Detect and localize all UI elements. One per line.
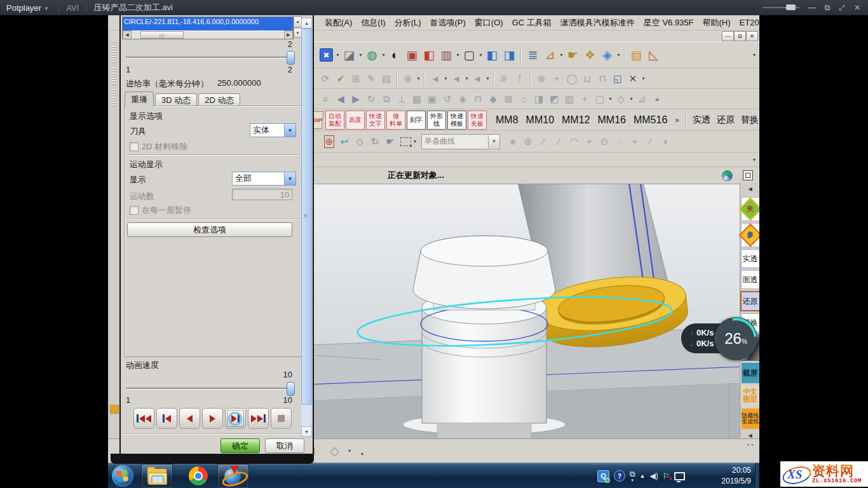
toolbar-icon[interactable] [641,71,646,86]
wedge-icon[interactable]: ◆ [485,92,501,107]
shaded-cube-icon[interactable]: ◈ [455,92,470,107]
potplayer-menu-button[interactable]: Potplayer [6,3,41,13]
quick-clamp-button[interactable]: 快速 夹板 [468,111,487,130]
menu-item[interactable]: 帮助(H) [703,17,731,29]
play-forward-button[interactable] [202,408,223,429]
list-output-icon[interactable]: ▤ [379,71,394,86]
minimize-button[interactable]: — [808,4,816,11]
marquee-select-icon[interactable] [400,137,411,146]
volume-knob[interactable] [786,4,796,10]
square-draw-icon[interactable]: ▢ [592,92,607,107]
restore-button[interactable]: 还原 [740,291,760,311]
forward-arrow-icon[interactable]: ▶ [348,92,363,107]
screenshot-button[interactable]: 截屏 [742,363,759,383]
chevron-down-icon[interactable]: ▾ [348,448,351,454]
window-switch-icon[interactable]: ◈ [599,46,616,64]
menu-item[interactable]: 首选项(P) [430,17,466,29]
size-label[interactable]: MM516 [634,114,667,126]
blank-cube-icon[interactable]: ◇ [326,442,343,460]
cylinder-tool-icon[interactable]: ⊔ [580,71,595,86]
toolbar-icon[interactable] [397,71,398,86]
fullscreen-button[interactable]: ⤢ [839,4,845,11]
tool-cube-icon[interactable]: ⊠ [501,92,516,107]
navigator-list-icon[interactable]: ≣ [524,46,541,64]
speed-slider-thumb[interactable] [287,382,295,396]
hexagon-draw-icon[interactable]: ◇ [613,92,628,107]
scroll-down-icon[interactable]: ▼ [301,426,312,437]
chevron-down-icon[interactable]: ▾ [361,451,363,457]
taskbar-nx-button[interactable] [217,464,249,488]
grab-hand-icon[interactable]: ☛ [564,46,581,64]
more-down-icon[interactable]: ⌄⌄ [746,441,754,447]
snap-line-icon[interactable]: ∕ [536,134,551,149]
core-cube-icon[interactable]: ◨ [531,92,546,107]
gcode-line[interactable] [123,27,293,30]
shop-doc-icon[interactable]: ✎ [363,71,379,86]
measure-ruler-icon[interactable]: ▤ [628,46,645,64]
go-to-end-button[interactable] [248,408,269,429]
tab[interactable]: 重播 [125,92,154,107]
machine-tool-icon[interactable]: ⊛ [400,71,416,86]
taskbar-clock[interactable]: 20:05 2019/5/9 [698,465,751,487]
selection-scope-dropdown[interactable]: 单条曲线 ▼ [421,134,500,149]
cancel-icon[interactable]: ✕ [625,71,641,86]
menu-item[interactable]: GC 工具箱 [512,17,552,29]
dialog-scrollbar-thumb[interactable] [301,29,312,405]
network-tray-icon[interactable] [674,472,685,480]
toolbar-icon[interactable] [493,71,494,86]
toolbar-icon[interactable] [416,71,421,86]
chinese-layer-button[interactable]: 中文 图层 [742,385,759,407]
scroll-up-icon[interactable]: ▲ [301,18,312,29]
stack-icon[interactable]: ≡ [318,92,333,107]
world-sphere-icon[interactable] [722,170,733,181]
toolbar-icon[interactable] [424,71,425,86]
pattern-cube-icon[interactable]: ▦ [409,92,424,107]
toolbar-icon[interactable] [520,48,522,63]
play-resume-button[interactable] [225,408,246,429]
half-shade-icon[interactable]: ◐ [386,46,403,64]
postprocess-icon[interactable]: ⊞ [348,71,363,86]
body-select-icon[interactable]: ◇ [352,134,367,149]
go-to-start-button[interactable] [133,408,154,429]
solid-transparent-button[interactable]: 实透 [741,249,760,268]
snap-point-on-line-icon[interactable]: ∕ [551,134,566,149]
reference-standard-button[interactable]: 参 [741,223,760,247]
collapse-left-icon[interactable]: ◀ [748,186,752,192]
gcode-list[interactable]: CIRCLE/-221.811,-18.416,6.000,0.0000000 … [122,17,294,39]
snap-grid-icon[interactable]: ∗ [505,134,520,149]
size-label[interactable]: MM8 [496,114,519,126]
toolbar-overflow-caret[interactable]: ▾ [753,52,756,58]
snap-half-icon[interactable]: ◖ [658,134,673,149]
dialog-scrollbar[interactable]: ▲ ▼ [301,18,311,436]
menu-item[interactable]: 窗口(O) [475,17,503,29]
help-tray-icon[interactable]: ? [614,470,625,482]
check-options-button[interactable]: 检查选项 [127,222,292,237]
wcs-pin-icon[interactable]: ▣ [403,46,421,64]
bottle-cube-icon[interactable]: ⌂ [516,92,531,107]
taskbar-chrome-button[interactable] [183,464,214,487]
framed-cube-icon[interactable]: ▣ [424,92,440,107]
snap-circle-icon[interactable]: ◌ [612,134,627,149]
taskbar-explorer-button[interactable] [141,464,173,488]
restore-button[interactable]: ⧉ [825,4,831,11]
pot-icon[interactable]: ⊓ [470,92,485,107]
menu-item[interactable]: 星空 V6.935F [644,17,694,29]
nx-restore-button[interactable]: ⧉ [734,31,746,41]
snap-arc-icon[interactable]: ◠ [566,134,581,149]
lasso-icon[interactable]: ◯ [564,71,580,86]
material-removal-checkbox[interactable] [130,142,139,151]
hide-object-icon[interactable]: ◧ [484,46,501,64]
auto-assembly-button[interactable]: 自动 装配 [325,111,344,130]
toolbar-icon[interactable] [559,46,564,64]
method-view-icon[interactable]: ＋ [549,71,564,86]
nx-close-button[interactable]: ✕ [746,31,758,41]
plus-cube-icon[interactable]: ＋ [577,92,592,107]
step-backward-button[interactable] [156,408,177,429]
quick-template-button[interactable]: 快速 模板 [447,111,466,130]
toolbar-icon[interactable] [485,71,491,86]
red-cube-icon[interactable]: ◧ [421,46,438,64]
clamp-standard-button[interactable]: 夹 [741,197,760,221]
stop-button[interactable] [271,408,292,429]
machine-tool-view-icon[interactable]: ⊺ [512,71,527,86]
action-center-icon[interactable]: ⚐✕ [663,471,670,481]
